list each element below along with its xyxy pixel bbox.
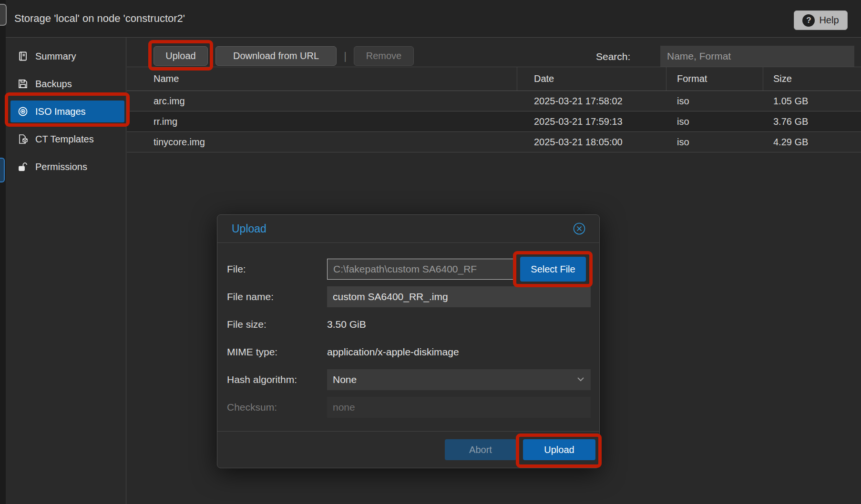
- file-label: File:: [227, 259, 327, 280]
- toolbar-upload-button[interactable]: Upload: [154, 46, 208, 66]
- help-button-label: Help: [819, 15, 839, 26]
- chevron-down-icon: [576, 376, 585, 383]
- hash-algorithm-select[interactable]: None: [327, 369, 591, 390]
- search-input[interactable]: [660, 46, 854, 67]
- select-file-button[interactable]: Select File: [520, 257, 586, 282]
- column-header-format[interactable]: Format: [666, 67, 763, 91]
- floppy-icon: [17, 79, 29, 89]
- cell-name: arc.img: [127, 91, 517, 111]
- cell-date: 2025-03-21 18:05:00: [517, 132, 666, 152]
- header-bar: Storage 'local' on node 'constructor2' ?…: [6, 0, 861, 37]
- page-title: Storage 'local' on node 'constructor2': [14, 0, 185, 37]
- checksum-label: Checksum:: [227, 397, 327, 418]
- toolbar-separator: |: [340, 46, 350, 66]
- file-path-field: C:\fakepath\custom SA6400_RF: [327, 259, 514, 280]
- panel-collapse-handle[interactable]: [0, 4, 7, 26]
- help-button[interactable]: ? Help: [794, 10, 848, 30]
- tree-selected-node-edge: [0, 158, 5, 182]
- cell-size: 3.76 GB: [763, 111, 861, 131]
- file-name-label: File name:: [227, 286, 327, 307]
- sidebar-item-label: Summary: [35, 51, 76, 62]
- sidebar-item-backups[interactable]: Backups: [10, 73, 124, 95]
- cell-size: 1.05 GB: [763, 91, 861, 111]
- disc-icon: [17, 106, 29, 117]
- file-name-field[interactable]: custom SA6400_RR_.img: [327, 286, 591, 307]
- sidebar-item-label: ISO Images: [35, 106, 86, 117]
- book-icon: [17, 51, 29, 61]
- upload-dialog-footer: Abort Upload: [217, 431, 599, 468]
- sidebar: Summary Backups ISO Images: [6, 38, 126, 504]
- template-icon: [17, 134, 29, 144]
- cell-date: 2025-03-21 17:58:02: [517, 91, 666, 111]
- abort-button: Abort: [445, 439, 516, 460]
- file-size-label: File size:: [227, 314, 327, 335]
- hash-algorithm-label: Hash algorithm:: [227, 369, 327, 390]
- column-header-size[interactable]: Size: [763, 67, 861, 91]
- sidebar-item-label: Permissions: [35, 161, 87, 172]
- sidebar-item-label: CT Templates: [35, 134, 94, 145]
- hash-algorithm-value: None: [333, 374, 357, 385]
- toolbar-remove-button: Remove: [354, 46, 414, 66]
- cell-format: iso: [666, 132, 763, 152]
- cell-name: tinycore.img: [127, 132, 517, 152]
- upload-dialog-titlebar[interactable]: Upload: [217, 215, 599, 243]
- upload-dialog-body: File: C:\fakepath\custom SA6400_RF Selec…: [217, 243, 599, 431]
- close-icon[interactable]: [572, 221, 587, 236]
- mime-type-value: application/x-apple-diskimage: [327, 342, 459, 363]
- unlock-icon: [17, 161, 29, 172]
- cell-format: iso: [666, 111, 763, 131]
- toolbar-download-from-url-button[interactable]: Download from URL: [215, 46, 337, 66]
- cell-format: iso: [666, 91, 763, 111]
- cell-date: 2025-03-21 17:59:13: [517, 111, 666, 131]
- table-header: Name Date Format Size: [127, 67, 861, 91]
- checksum-field: none: [327, 397, 591, 418]
- sidebar-item-label: Backups: [35, 79, 72, 90]
- left-edge-panel: [0, 0, 6, 504]
- search-label: Search:: [596, 46, 630, 67]
- column-header-date[interactable]: Date: [517, 67, 666, 91]
- sidebar-item-summary[interactable]: Summary: [10, 45, 124, 67]
- column-header-name[interactable]: Name: [127, 67, 517, 91]
- sidebar-item-iso-images[interactable]: ISO Images: [10, 101, 124, 122]
- mime-type-label: MIME type:: [227, 342, 327, 363]
- cell-size: 4.29 GB: [763, 132, 861, 152]
- table-row[interactable]: rr.img 2025-03-21 17:59:13 iso 3.76 GB: [127, 111, 861, 132]
- dialog-upload-button[interactable]: Upload: [523, 439, 595, 460]
- upload-dialog-title: Upload: [232, 222, 266, 235]
- cell-name: rr.img: [127, 111, 517, 131]
- file-size-value: 3.50 GiB: [327, 314, 366, 335]
- sidebar-item-permissions[interactable]: Permissions: [10, 156, 124, 178]
- help-icon: ?: [802, 14, 815, 27]
- sidebar-item-ct-templates[interactable]: CT Templates: [10, 128, 124, 150]
- table-row[interactable]: tinycore.img 2025-03-21 18:05:00 iso 4.2…: [127, 132, 861, 152]
- table-row[interactable]: arc.img 2025-03-21 17:58:02 iso 1.05 GB: [127, 91, 861, 111]
- upload-dialog: Upload File: C:\fakepath\custom SA6400_R…: [217, 214, 600, 468]
